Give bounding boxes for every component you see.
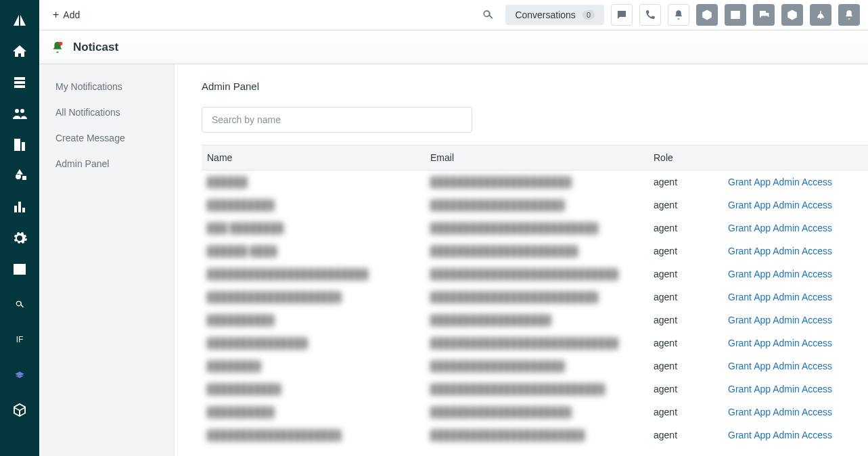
app-name: Noticast bbox=[73, 41, 118, 54]
grant-admin-link[interactable]: Grant App Admin Access bbox=[728, 384, 832, 394]
cell-role: agent bbox=[648, 378, 723, 401]
rail-admin[interactable] bbox=[6, 225, 33, 252]
search-icon bbox=[481, 8, 495, 22]
grant-admin-link[interactable]: Grant App Admin Access bbox=[728, 361, 832, 371]
users-table: Name Email Role ████████████████████████… bbox=[202, 145, 868, 447]
cell-name: ██████████ bbox=[202, 401, 425, 424]
cell-role: agent bbox=[648, 216, 723, 240]
topbar-app-3[interactable] bbox=[753, 4, 775, 26]
app-title-bar: Noticast bbox=[39, 30, 868, 64]
page-title: Admin Panel bbox=[202, 81, 868, 92]
grant-admin-link[interactable]: Grant App Admin Access bbox=[728, 200, 832, 210]
conversations-count: 0 bbox=[583, 10, 595, 20]
cell-email: █████████████████████████ bbox=[425, 286, 648, 309]
terminal-icon bbox=[729, 9, 741, 21]
bell-icon bbox=[843, 9, 855, 21]
grant-admin-link[interactable]: Grant App Admin Access bbox=[728, 223, 832, 233]
conversations-button[interactable]: Conversations 0 bbox=[505, 5, 604, 25]
conversations-label: Conversations bbox=[515, 9, 576, 20]
rail-customers[interactable] bbox=[6, 100, 33, 127]
rail-integration-label: IF bbox=[16, 335, 24, 344]
cell-email: █████████████████████ bbox=[425, 170, 648, 194]
cell-name: ██████████ bbox=[202, 193, 425, 216]
cell-email: ████████████████████ bbox=[425, 355, 648, 378]
cell-name: ████████ bbox=[202, 355, 425, 378]
cell-name: ████████████████████████ bbox=[202, 263, 425, 286]
sidebar-item-label: All Notifications bbox=[55, 107, 120, 118]
topbar-bell[interactable] bbox=[668, 4, 689, 26]
sidebar-item-all-notifications[interactable]: All Notifications bbox=[39, 99, 174, 125]
rail-app-1[interactable] bbox=[6, 361, 33, 388]
table-row: ████████████████████████████agentGrant A… bbox=[202, 355, 868, 378]
topbar-phone[interactable] bbox=[639, 4, 661, 26]
table-row: ████████████████████████████████████████… bbox=[202, 332, 868, 355]
sidebar-item-create-message[interactable]: Create Message bbox=[39, 125, 174, 151]
cell-role: agent bbox=[648, 240, 723, 263]
left-rail: IF bbox=[0, 0, 39, 456]
cell-role: agent bbox=[648, 286, 723, 309]
plus-icon: + bbox=[53, 9, 59, 20]
grant-admin-link[interactable]: Grant App Admin Access bbox=[728, 269, 832, 279]
phone-icon bbox=[644, 9, 656, 21]
brand-logo[interactable] bbox=[6, 7, 33, 34]
cell-name: ██████ ████ bbox=[202, 240, 425, 263]
sidebar-item-label: Admin Panel bbox=[55, 158, 109, 169]
grant-admin-link[interactable]: Grant App Admin Access bbox=[728, 430, 832, 440]
grant-admin-link[interactable]: Grant App Admin Access bbox=[728, 246, 832, 256]
grant-admin-link[interactable]: Grant App Admin Access bbox=[728, 338, 832, 348]
rail-search[interactable] bbox=[6, 291, 33, 318]
cube-icon bbox=[786, 9, 798, 21]
shapes-icon bbox=[12, 168, 28, 184]
cell-role: agent bbox=[648, 193, 723, 216]
sidebar: My Notifications All Notifications Creat… bbox=[39, 64, 175, 456]
rail-app-2[interactable] bbox=[6, 396, 33, 424]
rail-views[interactable] bbox=[6, 69, 33, 96]
cell-email: ██████████████████████████ bbox=[425, 378, 648, 401]
grant-admin-link[interactable]: Grant App Admin Access bbox=[728, 407, 832, 417]
sidebar-item-my-notifications[interactable]: My Notifications bbox=[39, 74, 174, 99]
cell-role: agent bbox=[648, 170, 723, 194]
topbar-search[interactable] bbox=[477, 4, 499, 26]
cell-name: ██████ bbox=[202, 170, 425, 194]
building-icon bbox=[12, 137, 28, 153]
bar-chart-icon bbox=[12, 199, 28, 215]
cell-role: agent bbox=[648, 309, 723, 332]
sidebar-item-label: My Notifications bbox=[55, 81, 122, 92]
rail-organizations[interactable] bbox=[6, 131, 33, 158]
rail-integration[interactable]: IF bbox=[6, 326, 33, 353]
topbar-app-6[interactable] bbox=[838, 4, 860, 26]
col-header-action bbox=[723, 145, 868, 170]
topbar-app-2[interactable] bbox=[725, 4, 746, 26]
content: Admin Panel Name Email Role ████████████… bbox=[175, 64, 868, 456]
col-header-name: Name bbox=[202, 145, 425, 170]
cell-name: ███████████ bbox=[202, 378, 425, 401]
rail-home[interactable] bbox=[6, 38, 33, 65]
topbar-app-5[interactable] bbox=[810, 4, 831, 26]
list-icon bbox=[12, 74, 28, 91]
topbar-chat[interactable] bbox=[611, 4, 633, 26]
sidebar-item-admin-panel[interactable]: Admin Panel bbox=[39, 151, 174, 177]
col-header-email: Email bbox=[425, 145, 648, 170]
cube-icon bbox=[12, 402, 28, 418]
rail-reporting[interactable] bbox=[6, 193, 33, 221]
topbar-app-4[interactable] bbox=[781, 4, 803, 26]
table-row: ███████████████████████████agentGrant Ap… bbox=[202, 170, 868, 194]
bell-icon bbox=[672, 9, 685, 21]
rail-terminal[interactable] bbox=[6, 256, 33, 283]
grant-admin-link[interactable]: Grant App Admin Access bbox=[728, 177, 832, 187]
table-row: ████████████████████████████████████████… bbox=[202, 263, 868, 286]
chat-icon bbox=[616, 9, 628, 21]
add-button-label: Add bbox=[63, 9, 80, 20]
cell-email: ██████████████████████ bbox=[425, 240, 648, 263]
cell-email: ████████████████████████████ bbox=[425, 332, 648, 355]
grant-admin-link[interactable]: Grant App Admin Access bbox=[728, 292, 832, 302]
rail-shapes[interactable] bbox=[6, 162, 33, 189]
search-input[interactable] bbox=[202, 107, 472, 133]
add-button[interactable]: + Add bbox=[47, 7, 85, 23]
topbar-app-1[interactable] bbox=[696, 4, 718, 26]
cell-email: ████████████████████ bbox=[425, 193, 648, 216]
terminal-icon bbox=[12, 261, 28, 277]
cell-name: ███████████████ bbox=[202, 332, 425, 355]
grant-admin-link[interactable]: Grant App Admin Access bbox=[728, 315, 832, 325]
table-row: ███████████████████████████████agentGran… bbox=[202, 401, 868, 424]
